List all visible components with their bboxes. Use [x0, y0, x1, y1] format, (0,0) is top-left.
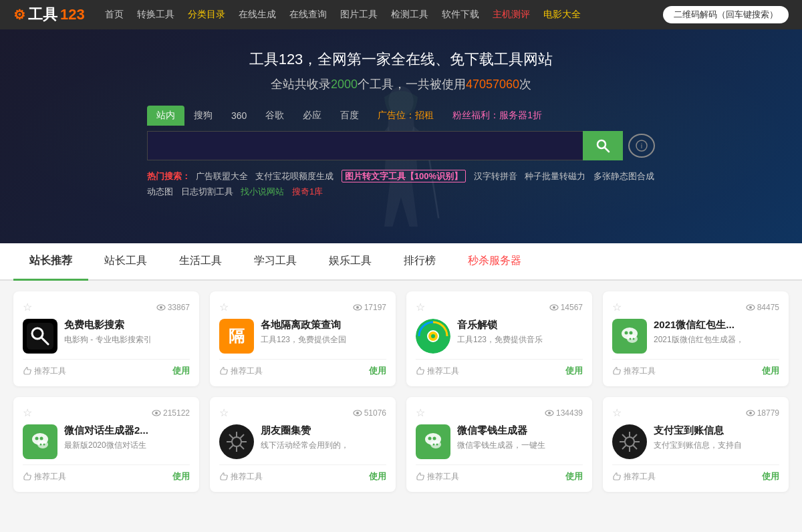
nav-category[interactable]: 分类目录 [188, 9, 225, 21]
card-body-8: 支付宝到账信息 支付宝到账信息，支持自 [612, 424, 779, 459]
logo[interactable]: ⚙ 工具 123 [13, 5, 85, 25]
hot-item-1[interactable]: 广告联盟大全 [196, 171, 248, 181]
star-icon-7[interactable]: ☆ [416, 406, 425, 419]
nav-home[interactable]: 首页 [105, 9, 124, 21]
cat-tab-life[interactable]: 生活工具 [163, 243, 238, 281]
card-bottom-7: 推荐工具 使用 [416, 464, 583, 483]
tab-bing[interactable]: 必应 [293, 106, 331, 126]
info-button[interactable]: i [628, 134, 655, 158]
hot-item-9[interactable]: 搜奇1库 [292, 186, 323, 196]
views-3: 14567 [549, 303, 583, 312]
tool-card-8: ☆ 18779 [603, 397, 789, 492]
star-icon-4[interactable]: ☆ [612, 301, 622, 313]
nav-detect[interactable]: 检测工具 [391, 9, 428, 21]
wechat-icon-5 [28, 430, 52, 454]
use-btn-5[interactable]: 使用 [172, 471, 190, 483]
thumb-icon-3 [416, 366, 425, 376]
card-info-3: 音乐解锁 工具123，免费提供音乐 [457, 319, 583, 346]
info-icon: i [636, 140, 648, 152]
hot-item-2[interactable]: 支付宝花呗额度生成 [255, 171, 333, 181]
hot-item-8[interactable]: 找小说网站 [241, 186, 284, 196]
star-icon-2[interactable]: ☆ [219, 301, 229, 313]
hot-item-3[interactable]: 图片转文字工具【100%识别】 [342, 170, 466, 182]
card-body-4: 2021微信红包生... 2021版微信红包生成器， [612, 319, 779, 354]
card-name-1: 免费电影搜索 [64, 319, 190, 331]
svg-point-29 [35, 437, 39, 440]
cat-tab-recommend[interactable]: 站长推荐 [13, 243, 88, 281]
cat-tab-ranking[interactable]: 排行榜 [388, 243, 452, 281]
logo-text: 工具 [28, 5, 57, 25]
use-btn-6[interactable]: 使用 [369, 471, 386, 483]
card-desc-4: 2021版微信红包生成器， [654, 334, 779, 346]
thumb-icon-4 [612, 366, 622, 376]
card-icon-4 [612, 319, 647, 354]
svg-point-14 [553, 306, 555, 309]
cat-tab-entertainment[interactable]: 娱乐工具 [313, 243, 388, 281]
tab-promo[interactable]: 粉丝福利：服务器1折 [443, 106, 551, 126]
svg-point-30 [40, 437, 43, 440]
star-icon-1[interactable]: ☆ [23, 301, 32, 313]
nav-generate[interactable]: 在线生成 [239, 9, 276, 21]
star-icon-8[interactable]: ☆ [612, 406, 622, 419]
tab-google[interactable]: 谷歌 [256, 106, 293, 126]
star-icon-5[interactable]: ☆ [23, 406, 32, 419]
nav-query[interactable]: 在线查询 [289, 9, 327, 21]
cat-tab-study[interactable]: 学习工具 [238, 243, 313, 281]
recommend-3: 推荐工具 [416, 366, 459, 377]
eye-icon-5 [152, 408, 161, 418]
nav-host[interactable]: 主机测评 [493, 9, 530, 21]
use-btn-1[interactable]: 使用 [172, 365, 190, 377]
cat-tab-sale[interactable]: 秒杀服务器 [452, 243, 537, 281]
card-icon-7 [416, 424, 450, 459]
card-icon-5 [23, 424, 57, 459]
hot-item-7[interactable]: 日志切割工具 [181, 186, 233, 196]
tab-neili[interactable]: 站内 [147, 106, 184, 126]
card-top-7: ☆ 134439 [416, 406, 583, 419]
thumb-icon-6 [219, 472, 229, 481]
card-desc-6: 线下活动经常会用到的， [261, 440, 386, 451]
card-info-2: 各地隔离政策查询 工具123，免费提供全国 [261, 319, 386, 346]
search-button[interactable] [583, 131, 623, 160]
nav-convert[interactable]: 转换工具 [137, 9, 174, 21]
tab-ad[interactable]: 广告位：招租 [368, 106, 443, 126]
nav-download[interactable]: 软件下载 [442, 9, 479, 21]
svg-point-17 [431, 334, 435, 338]
subtitle-suffix: 次 [519, 78, 531, 91]
search-input[interactable] [147, 131, 583, 160]
card-body-2: 隔 各地隔离政策查询 工具123，免费提供全国 [219, 319, 386, 354]
svg-text:i: i [641, 142, 642, 150]
card-top-4: ☆ 84475 [612, 301, 779, 313]
nav-image[interactable]: 图片工具 [340, 9, 378, 21]
card-body-7: 微信零钱生成器 微信零钱生成器，一键生 [416, 424, 583, 459]
use-btn-7[interactable]: 使用 [565, 471, 583, 483]
svg-point-32 [40, 444, 42, 446]
svg-point-19 [749, 306, 752, 309]
nav-movie[interactable]: 电影大全 [543, 9, 581, 21]
svg-point-7 [160, 306, 162, 309]
tab-sougou[interactable]: 搜狗 [184, 106, 222, 126]
eye-icon-8 [746, 408, 755, 418]
card-desc-8: 支付宝到账信息，支持自 [654, 440, 779, 451]
card-desc-2: 工具123，免费提供全国 [261, 334, 386, 346]
hot-item-5[interactable]: 种子批量转磁力 [525, 171, 585, 181]
hot-label: 热门搜索： [147, 171, 190, 181]
eye-icon-1 [156, 303, 166, 312]
card-name-8: 支付宝到账信息 [654, 424, 779, 437]
use-btn-8[interactable]: 使用 [762, 471, 779, 483]
search-tabs: 站内 搜狗 360 谷歌 必应 百度 广告位：招租 粉丝福利：服务器1折 [147, 106, 655, 126]
card-info-5: 微信对话生成器2... 最新版2020微信对话生 [64, 424, 190, 451]
use-btn-2[interactable]: 使用 [369, 365, 386, 377]
cat-tab-webmaster[interactable]: 站长工具 [88, 243, 163, 281]
use-btn-3[interactable]: 使用 [565, 365, 583, 377]
recommend-7: 推荐工具 [416, 471, 459, 483]
svg-point-23 [627, 335, 638, 343]
qr-button[interactable]: 二维码解码（回车键搜索） [663, 6, 789, 23]
star-icon-3[interactable]: ☆ [416, 301, 425, 313]
tab-360[interactable]: 360 [222, 106, 256, 125]
use-btn-4[interactable]: 使用 [762, 365, 779, 377]
tool-card-5: ☆ 215122 微 [13, 397, 199, 492]
star-icon-6[interactable]: ☆ [219, 406, 229, 419]
tab-baidu[interactable]: 百度 [331, 106, 368, 126]
eye-icon-6 [353, 408, 362, 418]
hot-item-4[interactable]: 汉字转拼音 [474, 171, 517, 181]
